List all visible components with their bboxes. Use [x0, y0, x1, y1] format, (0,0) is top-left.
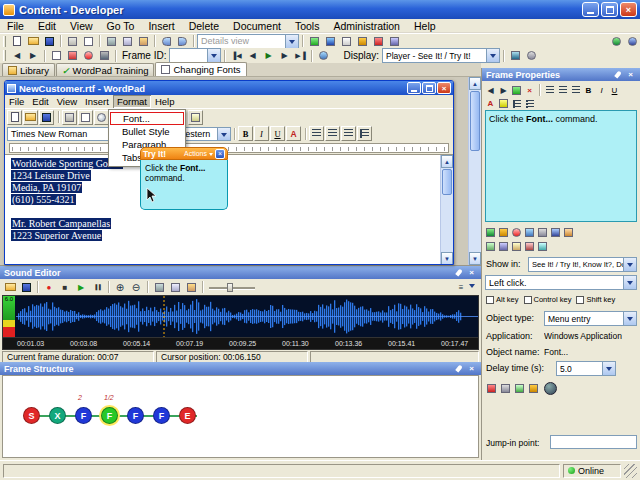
align-right-icon[interactable] [569, 83, 582, 97]
preview-hint-icon[interactable] [484, 239, 497, 253]
next-hint-icon[interactable]: ▶ [497, 83, 510, 97]
frame-structure-title-bar[interactable]: Frame Structure × [0, 362, 481, 375]
menu-goto[interactable]: Go To [100, 19, 142, 33]
open-icon[interactable] [25, 34, 41, 48]
actions-dropdown-icon[interactable] [209, 153, 213, 158]
help-icon[interactable] [624, 34, 640, 48]
tab-wordpad-training[interactable]: ✓ WordPad Training [56, 63, 154, 76]
menu-administration[interactable]: Administration [326, 19, 407, 33]
print-preview-icon[interactable] [80, 34, 96, 48]
bullet-list-icon[interactable] [510, 97, 523, 111]
frame-node-current[interactable]: 1/2 F [101, 407, 118, 424]
pin-icon[interactable] [453, 268, 464, 278]
workspace-scrollbar[interactable]: ▲ ▼ [468, 77, 481, 265]
workspace-scroll-down-icon[interactable]: ▼ [469, 252, 481, 265]
previous-frame-button[interactable]: ◀ [244, 49, 260, 63]
add-hint-icon[interactable] [510, 83, 523, 97]
pin-icon[interactable] [453, 364, 464, 374]
bold-button[interactable]: B [582, 83, 595, 97]
cut-icon[interactable] [103, 34, 119, 48]
numbered-list-icon[interactable] [523, 97, 536, 111]
menu-item-bullet-style[interactable]: Bullet Style [110, 125, 184, 138]
menu-tools[interactable]: Tools [288, 19, 327, 33]
frame-structure-canvas[interactable]: S X 2 F 1/2 F F F [2, 375, 479, 458]
wordpad-maximize-button[interactable] [422, 82, 436, 94]
menu-delete[interactable]: Delete [182, 19, 226, 33]
align-right-icon[interactable] [341, 126, 356, 141]
volume-slider[interactable] [209, 283, 255, 292]
copy-icon[interactable] [119, 34, 135, 48]
wordpad-menu-file[interactable]: File [5, 95, 28, 108]
record-sound-icon[interactable] [510, 225, 523, 239]
back-icon[interactable]: ◀ [9, 49, 25, 63]
frame-id-dropdown-icon[interactable] [207, 49, 220, 62]
zoom-out-icon[interactable]: ⊖ [128, 280, 144, 294]
paste-sound-icon[interactable] [183, 280, 199, 294]
preview-icon[interactable] [322, 34, 338, 48]
frame-structure-icon[interactable] [370, 34, 386, 48]
delay-combo[interactable]: 5.0 [556, 361, 616, 376]
resize-grip[interactable] [624, 464, 637, 478]
menu-file[interactable]: File [0, 19, 31, 33]
menu-edit[interactable]: Edit [31, 19, 63, 33]
properties-icon[interactable] [386, 34, 402, 48]
loop-icon[interactable] [315, 49, 331, 63]
mouse-icon[interactable] [512, 382, 526, 396]
undo-icon[interactable] [158, 34, 174, 48]
waveform-display[interactable]: 6.0 [2, 295, 479, 338]
pin-icon[interactable] [612, 70, 623, 80]
alt-key-checkbox[interactable] [486, 296, 494, 304]
menu-item-font[interactable]: Font... [110, 112, 184, 125]
delete-hint-icon[interactable]: × [523, 83, 536, 97]
import-sound-icon[interactable] [2, 280, 18, 294]
hyperlink-icon[interactable] [549, 225, 562, 239]
template-icon[interactable] [536, 239, 549, 253]
wordpad-menu-format[interactable]: Format [113, 95, 151, 108]
frame-structure-close-icon[interactable]: × [466, 364, 477, 374]
text-color-button[interactable]: A [286, 126, 301, 141]
menu-view[interactable]: View [63, 19, 100, 33]
last-frame-button[interactable]: ▶▐ [292, 49, 308, 63]
redo-icon[interactable] [174, 34, 190, 48]
wordpad-title-bar[interactable]: NewCustomer.rtf - WordPad × [5, 81, 453, 95]
align-center-icon[interactable] [556, 83, 569, 97]
settings-icon[interactable] [523, 49, 539, 63]
scroll-down-icon[interactable]: ▼ [441, 252, 453, 265]
combo-dropdown-icon[interactable] [285, 35, 298, 48]
paste-icon[interactable] [135, 34, 151, 48]
jump-in-input[interactable] [550, 435, 637, 449]
print-icon[interactable] [64, 34, 80, 48]
wordpad-datetime-icon[interactable] [188, 110, 203, 125]
frame-hint-text-box[interactable]: Click the Font... command. [485, 110, 637, 222]
show-in-dropdown-icon[interactable] [623, 258, 636, 271]
sound-editor-icon[interactable] [354, 34, 370, 48]
italic-button[interactable]: I [595, 83, 608, 97]
wordpad-scrollbar[interactable]: ▲ ▼ [440, 155, 453, 265]
align-left-icon[interactable] [309, 126, 324, 141]
frame-properties-close-icon[interactable]: × [625, 70, 636, 80]
italic-button[interactable]: I [254, 126, 269, 141]
forward-icon[interactable]: ▶ [25, 49, 41, 63]
frame-node-circle[interactable]: F [75, 407, 92, 424]
capture-icon[interactable] [96, 49, 112, 63]
sound-editor-title-bar[interactable]: Sound Editor × [0, 266, 481, 279]
menu-document[interactable]: Document [226, 19, 288, 33]
next-frame-button[interactable]: ▶ [276, 49, 292, 63]
new-document-icon[interactable] [9, 34, 25, 48]
show-in-combo[interactable]: See It! / Try It!, Know It?, Do It! [528, 257, 637, 272]
frame-node-circle[interactable]: E [179, 407, 196, 424]
underline-button[interactable]: U [270, 126, 285, 141]
frame-node[interactable]: F [127, 407, 144, 424]
keyboard-icon[interactable] [498, 382, 512, 396]
wordpad-close-button[interactable]: × [437, 82, 451, 94]
frame-node-circle[interactable]: X [49, 407, 66, 424]
wordpad-menu-help[interactable]: Help [151, 95, 179, 108]
callout-close-icon[interactable]: × [215, 149, 225, 159]
underline-button[interactable]: U [608, 83, 621, 97]
align-left-icon[interactable] [543, 83, 556, 97]
import-media-icon[interactable] [523, 225, 536, 239]
edit-hint-icon[interactable] [484, 225, 497, 239]
wordpad-save-icon[interactable] [39, 110, 54, 125]
wordpad-menu-view[interactable]: View [53, 95, 81, 108]
frame-node-circle[interactable]: S [23, 407, 40, 424]
